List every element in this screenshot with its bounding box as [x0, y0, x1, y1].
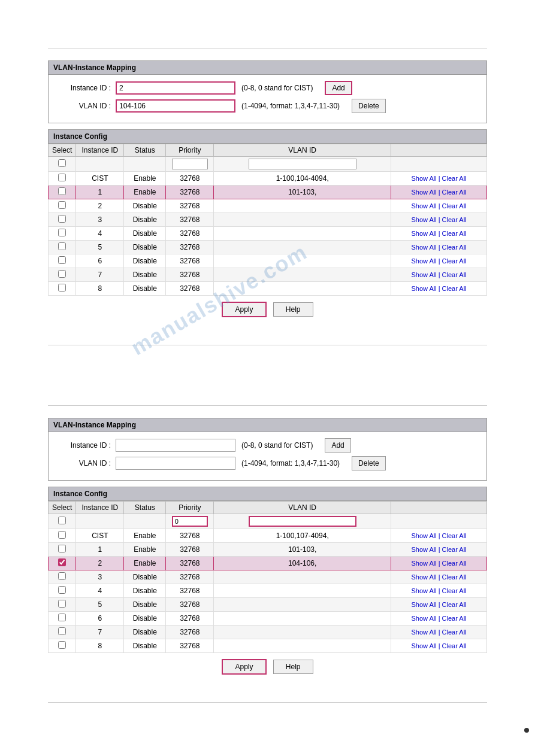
section2-row1-actions: Show All | Clear All — [391, 543, 487, 557]
section2-vlan-input[interactable] — [116, 457, 235, 470]
section2-config-title: Instance Config — [53, 490, 107, 498]
section2-row4-clear-all[interactable]: Clear All — [442, 587, 467, 594]
section1-row1-status: Enable — [124, 186, 166, 199]
section1-vlan-filter[interactable] — [249, 159, 356, 169]
section2-row3-status: Disable — [124, 570, 166, 584]
section2-row5-checkbox[interactable] — [58, 600, 66, 608]
section2-row-cist-checkbox[interactable] — [58, 531, 66, 539]
section1-row7-checkbox[interactable] — [58, 270, 66, 278]
section1-row8-checkbox[interactable] — [58, 284, 66, 292]
section1-row3-checkbox[interactable] — [58, 215, 66, 223]
section1-col-actions — [391, 144, 487, 157]
section1-row5-checkbox[interactable] — [58, 242, 66, 250]
section2-cist-show-all[interactable]: Show All — [411, 532, 436, 539]
section2-row2-show-all[interactable]: Show All — [411, 560, 436, 567]
section2-row1-clear-all[interactable]: Clear All — [442, 546, 467, 553]
section2-row8-checkbox[interactable] — [58, 641, 66, 649]
section2-instance-input[interactable] — [116, 439, 235, 452]
section2-help-button[interactable]: Help — [273, 660, 313, 674]
section1-row4-vlan — [214, 227, 391, 241]
section2-row8-show-all[interactable]: Show All — [411, 642, 436, 649]
section2-row6-show-all[interactable]: Show All — [411, 615, 436, 622]
section1-row5-show-all[interactable]: Show All — [411, 244, 436, 251]
section2-priority-filter[interactable] — [172, 516, 208, 527]
section2-row8-clear-all[interactable]: Clear All — [442, 642, 467, 649]
section1-row5-vlan — [214, 241, 391, 254]
section2-row3-checkbox[interactable] — [58, 572, 66, 580]
section2-row1-id: 1 — [76, 543, 124, 557]
section1-row8-clear-all[interactable]: Clear All — [442, 285, 467, 292]
top-divider — [48, 48, 487, 48]
section1-help-button[interactable]: Help — [273, 302, 313, 317]
section2-delete-button[interactable]: Delete — [352, 456, 386, 470]
section2-row6-clear-all[interactable]: Clear All — [442, 615, 467, 622]
section2-row6-priority: 32768 — [166, 612, 214, 626]
section2-apply-button[interactable]: Apply — [222, 659, 266, 675]
section1-priority-filter[interactable] — [172, 159, 208, 169]
section1-row2-checkbox[interactable] — [58, 201, 66, 209]
section2-vlan-filter[interactable] — [249, 516, 356, 527]
section1-instance-input[interactable] — [116, 81, 235, 95]
section1-row3-show-all[interactable]: Show All — [411, 216, 436, 223]
section2-cist-clear-all[interactable]: Clear All — [442, 532, 467, 539]
section1-row4-checkbox[interactable] — [58, 229, 66, 236]
section1-row3-clear-all[interactable]: Clear All — [442, 216, 467, 223]
section2-row2-clear-all[interactable]: Clear All — [442, 560, 467, 567]
section1-row4-clear-all[interactable]: Clear All — [442, 230, 467, 237]
section1-row3-vlan — [214, 213, 391, 227]
section2-col-select: Select — [49, 502, 76, 514]
section1-row4-id: 4 — [76, 227, 124, 241]
section1-row7-priority: 32768 — [166, 268, 214, 282]
section2-row3-clear-all[interactable]: Clear All — [442, 573, 467, 581]
section2-col-vlan: VLAN ID — [214, 502, 391, 514]
section2-row1-checkbox[interactable] — [58, 545, 66, 552]
section1-row3-status: Disable — [124, 213, 166, 227]
section1-vlan-input[interactable] — [116, 99, 235, 113]
section1-row8-vlan — [214, 282, 391, 296]
section1-row2-clear-all[interactable]: Clear All — [442, 202, 467, 210]
section2-row3-actions: Show All | Clear All — [391, 570, 487, 584]
section1-delete-button[interactable]: Delete — [352, 99, 386, 113]
section1-row2-show-all[interactable]: Show All — [411, 202, 436, 210]
section2-row6-vlan — [214, 612, 391, 626]
section2-row7-clear-all[interactable]: Clear All — [442, 629, 467, 636]
section2-row3-show-all[interactable]: Show All — [411, 573, 436, 581]
section1-row5-actions: Show All | Clear All — [391, 241, 487, 254]
section2-row6-checkbox[interactable] — [58, 614, 66, 621]
section2-select-all-checkbox[interactable] — [58, 517, 66, 524]
section2-row7-show-all[interactable]: Show All — [411, 629, 436, 636]
section1-row5-clear-all[interactable]: Clear All — [442, 244, 467, 251]
section1-row7-show-all[interactable]: Show All — [411, 271, 436, 278]
section1-apply-button[interactable]: Apply — [222, 302, 266, 317]
section1-row1-clear-all[interactable]: Clear All — [442, 189, 467, 196]
section1-block: VLAN-Instance Mapping Instance ID : (0-8… — [48, 60, 487, 321]
section2-row7-priority: 32768 — [166, 626, 214, 639]
section2-add-button[interactable]: Add — [325, 438, 350, 453]
section1-row8-show-all[interactable]: Show All — [411, 285, 436, 292]
section2-row4-checkbox[interactable] — [58, 586, 66, 594]
section1-add-button[interactable]: Add — [325, 81, 352, 95]
section1-select-all-checkbox[interactable] — [58, 159, 66, 167]
section2-row2-checkbox[interactable] — [58, 558, 66, 566]
section1-vlan-mapping-header: VLAN-Instance Mapping — [48, 60, 487, 75]
section1-row1-show-all[interactable]: Show All — [411, 189, 436, 196]
section2-row5-show-all[interactable]: Show All — [411, 601, 436, 608]
section1-cist-show-all[interactable]: Show All — [411, 175, 436, 182]
section1-row2-id: 2 — [76, 199, 124, 213]
section1-cist-clear-all[interactable]: Clear All — [442, 175, 467, 182]
middle-divider2 — [48, 405, 487, 406]
section1-row1-checkbox[interactable] — [58, 187, 66, 195]
section1-row6-actions: Show All | Clear All — [391, 254, 487, 268]
section1-col-select: Select — [49, 144, 76, 157]
section1-vlan-row: VLAN ID : (1-4094, format: 1,3,4-7,11-30… — [56, 99, 479, 113]
section1-row6-clear-all[interactable]: Clear All — [442, 257, 467, 265]
section1-row6-checkbox[interactable] — [58, 256, 66, 264]
section2-row7-checkbox[interactable] — [58, 627, 66, 635]
section1-row6-show-all[interactable]: Show All — [411, 257, 436, 265]
section2-row5-clear-all[interactable]: Clear All — [442, 601, 467, 608]
section2-row4-show-all[interactable]: Show All — [411, 587, 436, 594]
section2-row1-show-all[interactable]: Show All — [411, 546, 436, 553]
section1-row-cist-checkbox[interactable] — [58, 174, 66, 181]
section1-row7-clear-all[interactable]: Clear All — [442, 271, 467, 278]
section1-row4-show-all[interactable]: Show All — [411, 230, 436, 237]
